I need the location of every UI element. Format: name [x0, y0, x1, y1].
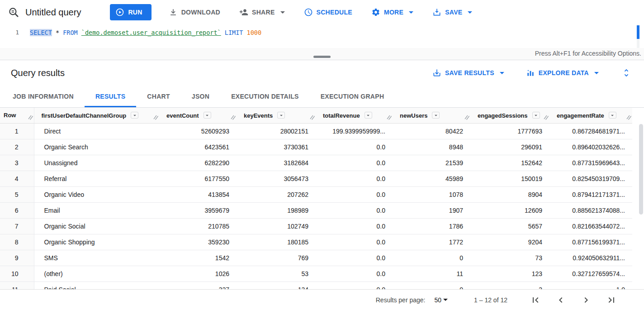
expand-results-button[interactable]: [620, 66, 633, 80]
tab-job-information[interactable]: JOB INFORMATION: [2, 86, 85, 107]
download-button[interactable]: DOWNLOAD: [167, 5, 222, 19]
save-alt-icon: [432, 68, 441, 77]
column-resize-handle[interactable]: [386, 114, 392, 120]
tab-json[interactable]: JSON: [181, 86, 220, 107]
table-scrollbar-thumb[interactable]: [639, 124, 643, 215]
save-button[interactable]: SAVE: [431, 5, 474, 19]
column-header-totalRevenue[interactable]: totalRevenue: [316, 108, 393, 123]
table-row[interactable]: 2Organic Search642356137303610.089482960…: [0, 139, 632, 155]
table-cell: 0: [393, 250, 470, 266]
chevron-right-icon: [581, 295, 592, 305]
column-header-Row[interactable]: Row: [0, 108, 34, 123]
column-label: keyEvents: [244, 112, 273, 119]
column-sort-dropdown[interactable]: [277, 112, 285, 119]
explore-data-button[interactable]: EXPLORE DATA: [525, 66, 600, 80]
download-icon: [169, 8, 178, 17]
sql-code: SELECT * FROM `demo.demoset.user_acquisi…: [30, 28, 261, 48]
column-header-engagementRate[interactable]: engagementRate: [549, 108, 632, 123]
table-row[interactable]: 7Organic Social2107851027490.0178656570.…: [0, 218, 632, 234]
bigquery-query-page: Untitled query RUN DOWNLOAD SHARE SCHE: [0, 0, 644, 310]
table-cell: 769: [237, 250, 316, 266]
row-number-cell: 5: [0, 186, 34, 202]
table-cell: 6423561: [159, 139, 237, 155]
column-header-newUsers[interactable]: newUsers: [393, 108, 470, 123]
table-cell: 6177550: [159, 171, 237, 186]
table-row[interactable]: 3Unassigned628229031826840.0215391526420…: [0, 155, 632, 171]
column-resize-handle[interactable]: [230, 114, 236, 120]
table-cell: 123: [470, 266, 549, 281]
table-cell: 0.867284681971...: [549, 123, 632, 139]
column-sort-dropdown[interactable]: [204, 112, 211, 119]
table-cell: 1907: [393, 202, 470, 218]
table-cell: Direct: [34, 123, 159, 139]
column-sort-dropdown[interactable]: [532, 112, 540, 119]
results-table: RowfirstUserDefaultChannelGroupeventCoun…: [0, 108, 632, 289]
query-toolbar: Untitled query RUN DOWNLOAD SHARE SCHE: [0, 0, 644, 24]
column-resize-handle[interactable]: [153, 114, 158, 120]
editor-scrollbar-thumb[interactable]: [637, 25, 639, 39]
column-sort-dropdown[interactable]: [609, 112, 616, 119]
sql-token: [78, 29, 81, 36]
next-page-button[interactable]: [579, 293, 593, 307]
table-cell: 0.0: [316, 186, 393, 202]
table-cell: 8904: [470, 186, 549, 202]
accessibility-hint: Press Alt+F1 for Accessibility Options.: [535, 50, 641, 57]
column-sort-dropdown[interactable]: [131, 112, 138, 119]
tab-execution-graph[interactable]: EXECUTION GRAPH: [310, 86, 395, 107]
table-row[interactable]: 4Referral617755030564730.0459891500190.8…: [0, 171, 632, 186]
last-page-button[interactable]: [604, 293, 619, 307]
table-cell: 3959679: [159, 202, 237, 218]
sql-editor[interactable]: 1 SELECT * FROM `demo.demoset.user_acqui…: [0, 24, 644, 48]
share-button[interactable]: SHARE: [237, 5, 287, 19]
column-resize-handle[interactable]: [28, 114, 33, 120]
splitter-drag-handle[interactable]: [313, 56, 331, 58]
page-size-select[interactable]: 50: [431, 296, 450, 304]
table-cell: 413854: [159, 186, 237, 202]
table-scrollbar-track[interactable]: [639, 124, 643, 287]
run-label: RUN: [128, 9, 142, 16]
table-cell: 0.924050632911...: [549, 250, 632, 266]
arrow-drop-down-icon: [204, 112, 210, 119]
table-row[interactable]: 8Organic Shopping3592301801850.017729204…: [0, 234, 632, 250]
column-header-keyEvents[interactable]: keyEvents: [237, 108, 316, 123]
tab-chart[interactable]: CHART: [136, 86, 181, 107]
sql-token: `demo.demoset.user_acquisition_report`: [81, 29, 221, 36]
column-resize-handle[interactable]: [543, 114, 549, 120]
tab-results[interactable]: RESULTS: [85, 86, 136, 107]
line-number: 1: [0, 28, 24, 48]
table-cell: 0.0: [316, 171, 393, 186]
table-cell: 12609: [470, 202, 549, 218]
play-circle-icon: [115, 8, 124, 17]
table-row[interactable]: 6Email39596791989890.01907126090.8856213…: [0, 202, 632, 218]
table-cell: 45989: [393, 171, 470, 186]
row-number-cell: 10: [0, 266, 34, 281]
column-header-eventCount[interactable]: eventCount: [159, 108, 237, 123]
table-row[interactable]: 5Organic Video4138542072620.0107889040.8…: [0, 186, 632, 202]
page-size-value: 50: [434, 296, 441, 304]
run-button[interactable]: RUN: [110, 4, 151, 20]
table-cell: 207262: [237, 186, 316, 202]
table-row[interactable]: 9SMS15427690.00730.924050632911...: [0, 250, 632, 266]
previous-page-button[interactable]: [554, 293, 568, 307]
schedule-button[interactable]: SCHEDULE: [302, 5, 354, 19]
table-cell: 199.9399959999...: [316, 123, 393, 139]
table-row[interactable]: 10(other)1026530.0111230.327127659574...: [0, 266, 632, 281]
sql-token: *: [52, 29, 63, 36]
column-resize-handle[interactable]: [309, 114, 315, 120]
column-sort-dropdown[interactable]: [432, 112, 440, 119]
column-header-firstUserDefaultChannelGroup[interactable]: firstUserDefaultChannelGroup: [34, 108, 159, 123]
table-cell: 1.0: [549, 281, 632, 289]
table-cell: 198989: [237, 202, 316, 218]
more-button[interactable]: MORE: [369, 5, 415, 19]
column-resize-handle[interactable]: [626, 114, 631, 120]
page-range-label: 1 – 12 of 12: [474, 296, 507, 304]
column-resize-handle[interactable]: [464, 114, 469, 120]
table-cell: 80422: [393, 123, 470, 139]
column-header-engagedSessions[interactable]: engagedSessions: [470, 108, 549, 123]
first-page-button[interactable]: [528, 293, 543, 307]
column-sort-dropdown[interactable]: [365, 112, 372, 119]
save-results-button[interactable]: SAVE RESULTS: [431, 66, 505, 80]
tab-execution-details[interactable]: EXECUTION DETAILS: [220, 86, 310, 107]
table-row[interactable]: 1Direct5260929328002151199.9399959999...…: [0, 123, 632, 139]
table-row[interactable]: 11Paid Social3271340.0031.0: [0, 281, 632, 289]
